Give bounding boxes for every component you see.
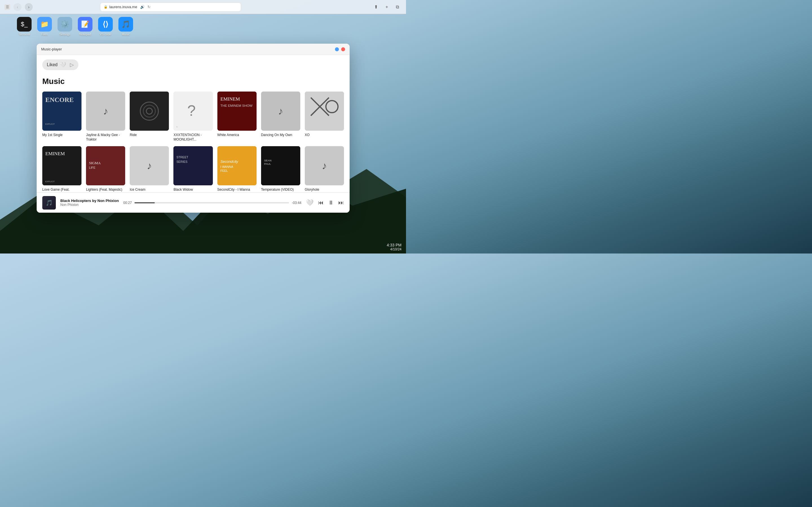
files-label: Files <box>41 33 48 36</box>
song-card-white-america[interactable]: EMINEM THE EMINEM SHOW White America <box>217 92 257 142</box>
music-grid-row2: EMINEM EXPLICIT Love Game (Feat. Kendric… <box>42 146 344 196</box>
svg-text:SERIES: SERIES <box>176 160 188 163</box>
svg-text:h: h <box>176 126 177 128</box>
album-art-xxxtentacion: ? h <box>173 92 213 131</box>
vscode-label: VS code <box>100 33 111 36</box>
np-album-art: 🎵 <box>42 196 56 210</box>
forward-button[interactable]: › <box>25 3 33 11</box>
progress-bar[interactable] <box>135 202 289 203</box>
svg-text:THE EMINEM SHOW: THE EMINEM SHOW <box>220 104 253 107</box>
sidebar-toggle[interactable]: ☰ <box>4 4 10 10</box>
song-card-love-game[interactable]: EMINEM EXPLICIT Love Game (Feat. Kendric… <box>42 146 82 196</box>
album-art-temperature: SEAN PAUL <box>261 146 300 185</box>
song-title-my-1st-single: My 1st Single <box>42 133 63 137</box>
album-art-secondcity: Secondcity I WANNA FEEL <box>217 146 257 185</box>
notepad-label: Notepad <box>79 33 91 36</box>
np-current-time: 00:27 <box>123 201 132 205</box>
new-tab-button[interactable]: + <box>383 3 391 11</box>
window-controls <box>335 47 345 51</box>
close-button[interactable] <box>341 47 345 51</box>
song-card-dancing-on-my-own[interactable]: ♪ Dancing On My Own <box>261 92 300 142</box>
np-artist: Non Phixion <box>60 203 119 207</box>
album-art-love-game: EMINEM EXPLICIT <box>42 146 82 185</box>
song-card-gloryhole[interactable]: ♪ Gloryhole <box>305 146 344 196</box>
svg-text:LIFE: LIFE <box>89 166 96 170</box>
dock-music[interactable]: 🎵 Music <box>118 17 133 36</box>
tabs-button[interactable]: ⧉ <box>394 3 402 11</box>
browser-right-controls: ⬆ + ⧉ <box>372 3 402 11</box>
dock-settings[interactable]: ⚙️ Settings <box>57 17 72 36</box>
svg-rect-26 <box>173 146 213 185</box>
svg-text:SIGMA: SIGMA <box>89 161 101 165</box>
np-remaining-time: -03:44 <box>292 201 301 205</box>
song-card-ride[interactable]: Ride <box>130 92 169 142</box>
album-art-my-1st-single: ENCORE EXPLICIT <box>42 92 82 131</box>
taskbar-date: 4/10/24 <box>390 247 402 251</box>
dock-vscode[interactable]: ⟨⟩ VS code <box>98 17 113 36</box>
dock-files[interactable]: 📁 Files <box>37 17 52 36</box>
np-heart-button[interactable]: 🤍 <box>306 199 313 207</box>
song-card-ice-cream[interactable]: ♪ Ice Cream <box>130 146 169 196</box>
settings-icon: ⚙️ <box>57 17 72 32</box>
song-card-xo[interactable]: XO <box>305 92 344 142</box>
lock-icon: 🔒 <box>104 5 108 9</box>
np-title: Black Helicopters by Non Phixion <box>60 199 119 203</box>
share-button[interactable]: ⬆ <box>372 3 380 11</box>
np-info: Black Helicopters by Non Phixion Non Phi… <box>60 199 119 207</box>
liked-button[interactable]: Liked 🤍 ▷ <box>42 59 79 70</box>
dock-notepad[interactable]: 📝 Notepad <box>78 17 93 36</box>
song-card-xxxtentacion[interactable]: ? h XXXTENTACION - MOONLIGHT... <box>173 92 213 142</box>
np-skip-back-button[interactable]: ⏮ <box>318 200 324 206</box>
music-note-icon: ♪ <box>103 105 108 117</box>
song-card-traktor[interactable]: ♪ Jayline & Macky Gee - Traktor <box>86 92 125 142</box>
svg-text:PAUL: PAUL <box>264 163 271 166</box>
song-title-black-widow: Black Widow <box>173 187 193 192</box>
music-icon: 🎵 <box>118 17 133 32</box>
song-title-ice-cream: Ice Cream <box>130 187 145 192</box>
now-playing-bar: 🎵 Black Helicopters by Non Phixion Non P… <box>37 192 350 213</box>
svg-text:EXPLICIT: EXPLICIT <box>45 123 55 125</box>
music-window: Music-player Liked 🤍 ▷ Music ENCORE <box>37 44 350 213</box>
song-card-temperature[interactable]: SEAN PAUL Temperature (VIDEO) Video... <box>261 146 300 196</box>
svg-text:SEAN: SEAN <box>264 159 271 162</box>
address-bar[interactable]: 🔒 laurens.inuva.me 🔊 ↻ <box>100 3 241 11</box>
song-card-lighters[interactable]: SIGMA LIFE Lighters (Feat. Majestic) <box>86 146 125 196</box>
song-card-black-widow[interactable]: STREET SERIES Black Widow <box>173 146 213 196</box>
back-button[interactable]: ‹ <box>13 3 21 11</box>
song-title-gloryhole: Gloryhole <box>305 187 319 192</box>
svg-text:?: ? <box>188 102 196 119</box>
section-title: Music <box>42 77 344 86</box>
svg-rect-6 <box>130 92 169 131</box>
song-title-xo: XO <box>305 133 310 137</box>
dock-terminal[interactable]: $_ Terminal <box>17 17 32 36</box>
song-title-traktor: Jayline & Macky Gee - Traktor <box>86 133 125 142</box>
notepad-icon: 📝 <box>78 17 93 32</box>
window-titlebar: Music-player <box>37 44 350 55</box>
song-card-secondcity[interactable]: Secondcity I WANNA FEEL SecondCity - I W… <box>217 146 257 196</box>
album-art-dancing: ♪ <box>261 92 300 131</box>
url-text: laurens.inuva.me <box>109 5 137 9</box>
album-art-gloryhole: ♪ <box>305 146 344 185</box>
svg-text:EMINEM: EMINEM <box>45 151 65 156</box>
audio-icon: 🔊 <box>140 5 145 9</box>
album-art-lighters: SIGMA LIFE <box>86 146 125 185</box>
window-content: Liked 🤍 ▷ Music ENCORE EXPLICIT My 1st S… <box>37 55 350 213</box>
taskbar: 4:33 PM 4/10/24 <box>382 240 406 253</box>
np-skip-forward-button[interactable]: ⏭ <box>338 200 344 206</box>
vscode-icon: ⟨⟩ <box>98 17 113 32</box>
song-title-xxxtentacion: XXXTENTACION - MOONLIGHT... <box>173 133 213 142</box>
terminal-label: Terminal <box>18 33 30 36</box>
play-icon: ▷ <box>70 62 74 68</box>
minimize-button[interactable] <box>335 47 339 51</box>
svg-text:EXPLICIT: EXPLICIT <box>45 180 55 183</box>
np-controls: 🤍 ⏮ ⏸ ⏭ <box>306 199 344 207</box>
music-label: Music <box>122 33 130 36</box>
song-card-my-1st-single[interactable]: ENCORE EXPLICIT My 1st Single <box>42 92 82 142</box>
svg-text:I WANNA: I WANNA <box>220 165 233 168</box>
album-art-traktor: ♪ <box>86 92 125 131</box>
np-pause-button[interactable]: ⏸ <box>328 200 334 206</box>
reload-icon[interactable]: ↻ <box>147 5 151 9</box>
settings-label: Settings <box>59 33 70 36</box>
music-note-icon-3: ♪ <box>147 160 152 172</box>
music-note-icon-4: ♪ <box>322 160 327 172</box>
